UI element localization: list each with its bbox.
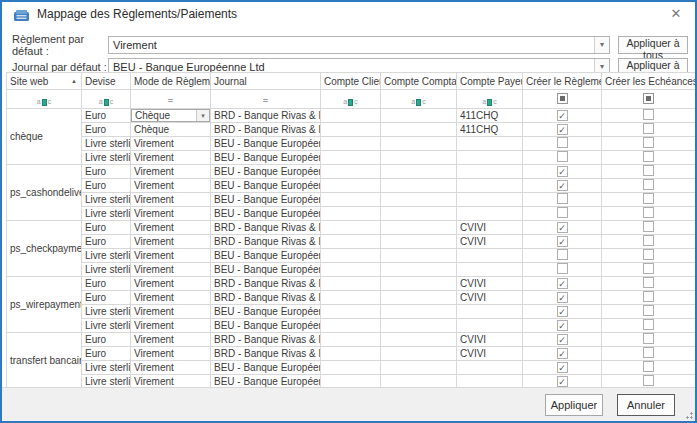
journal-cell[interactable]: BRD - Banque Rivas & Duras [211, 333, 321, 347]
compte-client-cell[interactable] [321, 333, 381, 347]
mode-reglement-cell[interactable]: Virement [131, 263, 211, 277]
creer-reglement-checkbox[interactable]: ✓ [557, 124, 568, 135]
mode-reglement-cell[interactable]: Virement [131, 165, 211, 179]
filter-cell-compte_client[interactable]: ac [321, 90, 381, 109]
compte-payeur-cell[interactable] [457, 179, 523, 193]
compte-payeur-cell[interactable]: 411CHQ [457, 109, 523, 123]
creer-reglement-checkbox[interactable]: ✓ [557, 110, 568, 121]
compte-comptable-cell[interactable] [381, 249, 457, 263]
mode-reglement-cell[interactable]: Virement [131, 319, 211, 333]
creer-echeances-checkbox[interactable] [643, 347, 654, 358]
creer-reglement-checkbox[interactable]: ✓ [557, 306, 568, 317]
creer-echeances-checkbox[interactable] [643, 151, 654, 162]
creer-echeances-checkbox[interactable] [643, 319, 654, 330]
creer-echeances-checkbox[interactable] [643, 235, 654, 246]
mode-reglement-cell[interactable]: Virement [131, 291, 211, 305]
compte-payeur-cell[interactable]: CVIVI [457, 291, 523, 305]
creer-echeances-checkbox[interactable] [643, 123, 654, 134]
apply-button[interactable]: Appliquer [545, 394, 603, 416]
mode-reglement-cell[interactable]: Virement [131, 277, 211, 291]
mode-reglement-cell[interactable]: Virement [131, 151, 211, 165]
devise-cell[interactable]: Livre sterling [82, 319, 131, 333]
journal-cell[interactable]: BEU - Banque Européenne Ltd [211, 207, 321, 221]
creer-echeances-cell[interactable] [602, 277, 696, 291]
site-web-cell[interactable]: transfert bancaire [7, 333, 82, 389]
compte-payeur-cell[interactable] [457, 151, 523, 165]
journal-cell[interactable]: BRD - Banque Rivas & Duras [211, 235, 321, 249]
compte-payeur-cell[interactable] [457, 207, 523, 221]
creer-echeances-cell[interactable] [602, 151, 696, 165]
creer-echeances-checkbox[interactable] [643, 361, 654, 372]
journal-cell[interactable]: BEU - Banque Européenne Ltd [211, 179, 321, 193]
compte-payeur-cell[interactable] [457, 263, 523, 277]
creer-reglement-cell[interactable]: ✓ [523, 305, 602, 319]
col-header-devise[interactable]: Devise [82, 73, 131, 90]
creer-echeances-cell[interactable] [602, 291, 696, 305]
compte-comptable-cell[interactable] [381, 319, 457, 333]
creer-reglement-cell[interactable]: ✓ [523, 347, 602, 361]
journal-cell[interactable]: BEU - Banque Européenne Ltd [211, 361, 321, 375]
devise-cell[interactable]: Livre sterling [82, 151, 131, 165]
compte-payeur-cell[interactable]: CVIVI [457, 221, 523, 235]
compte-payeur-cell[interactable]: CVIVI [457, 277, 523, 291]
creer-echeances-cell[interactable] [602, 305, 696, 319]
journal-cell[interactable]: BRD - Banque Rivas & Duras [211, 109, 321, 123]
devise-cell[interactable]: Livre sterling [82, 207, 131, 221]
devise-cell[interactable]: Livre sterling [82, 137, 131, 151]
compte-comptable-cell[interactable] [381, 221, 457, 235]
compte-payeur-cell[interactable] [457, 249, 523, 263]
journal-cell[interactable]: BEU - Banque Européenne Ltd [211, 151, 321, 165]
compte-payeur-cell[interactable]: CVIVI [457, 333, 523, 347]
compte-client-cell[interactable] [321, 263, 381, 277]
creer-echeances-cell[interactable] [602, 193, 696, 207]
filter-cell-journal[interactable]: = [211, 90, 321, 109]
site-web-cell[interactable]: ps_wirepayment [7, 277, 82, 333]
compte-client-cell[interactable] [321, 151, 381, 165]
journal-cell[interactable]: BEU - Banque Européenne Ltd [211, 137, 321, 151]
mode-reglement-cell[interactable]: Virement [131, 305, 211, 319]
compte-comptable-cell[interactable] [381, 137, 457, 151]
compte-client-cell[interactable] [321, 249, 381, 263]
creer-echeances-cell[interactable] [602, 123, 696, 137]
compte-client-cell[interactable] [321, 179, 381, 193]
creer-echeances-checkbox[interactable] [643, 277, 654, 288]
compte-comptable-cell[interactable] [381, 277, 457, 291]
mode-reglement-cell[interactable]: Virement [131, 235, 211, 249]
creer-reglement-cell[interactable]: ✓ [523, 361, 602, 375]
creer-reglement-checkbox[interactable] [557, 151, 568, 162]
compte-client-cell[interactable] [321, 123, 381, 137]
compte-client-cell[interactable] [321, 137, 381, 151]
journal-cell[interactable]: BRD - Banque Rivas & Duras [211, 291, 321, 305]
creer-echeances-checkbox[interactable] [643, 179, 654, 190]
mode-reglement-cell[interactable]: Chèque [131, 123, 211, 137]
devise-cell[interactable]: Euro [82, 277, 131, 291]
creer-echeances-cell[interactable] [602, 235, 696, 249]
filter-cell-devise[interactable]: ac [82, 90, 131, 109]
compte-payeur-cell[interactable] [457, 361, 523, 375]
compte-comptable-cell[interactable] [381, 123, 457, 137]
mode-reglement-cell[interactable]: Chèque▾ [131, 109, 211, 123]
default-reglement-combobox[interactable]: Virement ▾ [108, 36, 610, 54]
compte-payeur-cell[interactable] [457, 193, 523, 207]
creer-reglement-cell[interactable] [523, 263, 602, 277]
creer-reglement-checkbox[interactable]: ✓ [557, 320, 568, 331]
compte-client-cell[interactable] [321, 305, 381, 319]
mode-reglement-cell[interactable]: Virement [131, 347, 211, 361]
creer-reglement-cell[interactable]: ✓ [523, 277, 602, 291]
creer-reglement-checkbox[interactable]: ✓ [557, 236, 568, 247]
col-header-compte_payeur[interactable]: Compte Payeur [457, 73, 523, 90]
col-header-journal[interactable]: Journal [211, 73, 321, 90]
mode-reglement-cell[interactable]: Virement [131, 179, 211, 193]
creer-reglement-cell[interactable]: ✓ [523, 123, 602, 137]
compte-payeur-cell[interactable] [457, 305, 523, 319]
compte-client-cell[interactable] [321, 319, 381, 333]
creer-echeances-checkbox[interactable] [643, 291, 654, 302]
mode-reglement-cell[interactable]: Virement [131, 221, 211, 235]
devise-cell[interactable]: Euro [82, 221, 131, 235]
creer-reglement-checkbox[interactable]: ✓ [557, 376, 568, 387]
devise-cell[interactable]: Livre sterling [82, 305, 131, 319]
compte-comptable-cell[interactable] [381, 305, 457, 319]
compte-comptable-cell[interactable] [381, 333, 457, 347]
creer-echeances-cell[interactable] [602, 347, 696, 361]
creer-reglement-checkbox[interactable] [557, 249, 568, 260]
